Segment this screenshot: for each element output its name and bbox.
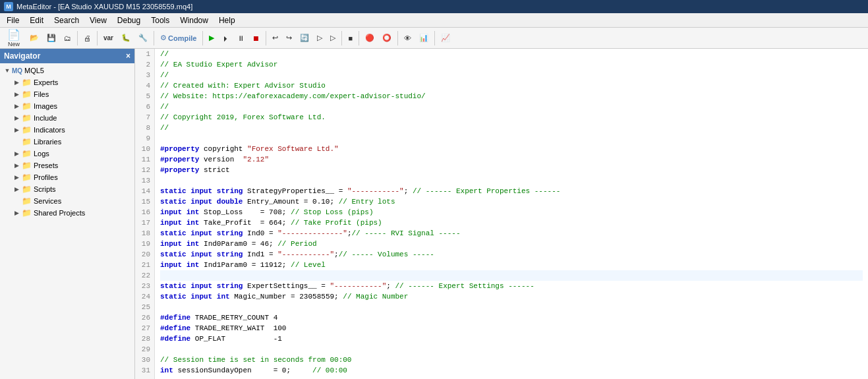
back-button[interactable]: ↩ (269, 30, 281, 47)
open-button[interactable]: 📂 (26, 30, 42, 47)
save-button[interactable]: 💾 (43, 30, 59, 47)
stop2-button[interactable]: ■ (345, 30, 356, 47)
locals-button[interactable]: 📊 (416, 30, 432, 47)
tree-expand-icon[interactable]: ▶ (12, 113, 21, 123)
watch-button[interactable]: 👁 (401, 30, 415, 47)
folder-icon: 📁 (21, 78, 32, 87)
breakpoint-button[interactable]: 🔴 (362, 30, 378, 47)
separator-7 (359, 31, 359, 45)
tree-expand-icon[interactable] (12, 196, 21, 206)
line-number: 20 (139, 249, 150, 260)
folder-icon: 📁 (21, 161, 32, 170)
tree-item-include[interactable]: ▶📁Include (0, 112, 134, 124)
tree-expand-icon[interactable]: ▶ (12, 185, 21, 194)
tree-item-logs[interactable]: ▶📁Logs (0, 148, 134, 160)
tree-expand-icon[interactable]: ▶ (12, 125, 21, 134)
menu-item-debug[interactable]: Debug (112, 15, 146, 26)
code-editor[interactable]: 1234567891011121314151617181920212223242… (135, 49, 868, 379)
line-number: 9 (139, 133, 150, 144)
tree-label: Profiles (34, 173, 58, 181)
tree-item-services[interactable]: 📁Services (0, 195, 134, 207)
tree-item-presets[interactable]: ▶📁Presets (0, 160, 134, 171)
clear-bp-button[interactable]: ⭕ (379, 30, 395, 47)
tree-expand-icon[interactable]: ▶ (12, 78, 21, 87)
step-icon: ⏵ (222, 34, 229, 42)
tree-item-shared-projects[interactable]: ▶📁Shared Projects (0, 207, 134, 219)
tree-label: Images (34, 102, 57, 110)
separator-1 (77, 31, 78, 45)
code-line: // (160, 70, 863, 80)
line-number: 8 (139, 123, 150, 133)
code-line (160, 302, 863, 312)
tree-expand-icon[interactable]: ▶ (12, 173, 21, 182)
arrow-right-button[interactable]: ▷ (314, 30, 326, 47)
reload-button[interactable]: 🔄 (297, 30, 312, 47)
tree-item-profiles[interactable]: ▶📁Profiles (0, 171, 134, 183)
code-area: 1234567891011121314151617181920212223242… (135, 49, 868, 379)
tree-expand-icon[interactable]: ▼ (3, 66, 12, 75)
toolbar: 📄 New 📂 💾 🗂 🖨 var 🐛 🔧 ⚙ Compile ▶ ⏵ ⏸ ⏹ (0, 28, 868, 49)
line-number: 18 (139, 228, 150, 239)
tree-expand-icon[interactable]: ▶ (12, 149, 21, 158)
pause-button[interactable]: ⏸ (234, 30, 248, 47)
menu-item-edit[interactable]: Edit (24, 15, 49, 26)
line-number: 24 (139, 291, 150, 302)
tree-item-files[interactable]: ▶📁Files (0, 88, 134, 100)
tree-item-mql5[interactable]: ▼MQMQL5 (0, 65, 134, 76)
tree-expand-icon[interactable]: ▶ (12, 161, 21, 170)
debug-button[interactable]: 🐛 (118, 30, 134, 47)
code-line: #property copyright "Forex Software Ltd.… (160, 144, 863, 154)
code-line: static input string Ind0 = "------------… (160, 228, 863, 239)
code-line: int sessionSundayOpen = 0; // 00:00 (160, 365, 863, 376)
arrow-right2-button[interactable]: ▷ (327, 30, 339, 47)
save-all-icon: 🗂 (64, 34, 71, 42)
tree-label: MQL5 (24, 67, 44, 74)
menu-item-window[interactable]: Window (175, 15, 214, 26)
arrow-right-icon: ▷ (317, 34, 322, 42)
profile-button[interactable]: 📈 (438, 30, 453, 47)
tree-item-experts[interactable]: ▶📁Experts (0, 76, 134, 88)
separator-3 (154, 31, 154, 45)
code-line (160, 133, 863, 144)
menu-item-help[interactable]: Help (214, 15, 241, 26)
stop-button[interactable]: ⏹ (249, 30, 263, 47)
tree-item-indicators[interactable]: ▶📁Indicators (0, 124, 134, 136)
menu-item-file[interactable]: File (1, 15, 24, 26)
menu-item-search[interactable]: Search (49, 15, 84, 26)
line-number: 12 (139, 165, 150, 175)
code-line: input int Ind0Param0 = 46; // Period (160, 239, 863, 249)
tree-expand-icon[interactable]: ▶ (12, 102, 21, 111)
tree-label: Indicators (34, 126, 65, 134)
tree-expand-icon[interactable]: ▶ (12, 90, 21, 99)
navigator-header: Navigator × (0, 49, 134, 63)
code-line: static input int Magic_Number = 23058559… (160, 291, 863, 302)
navigator-close-button[interactable]: × (126, 51, 130, 61)
code-line: // Session time is set in seconds from 0… (160, 355, 863, 365)
code-line: static input string ExpertSettings__ = "… (160, 281, 863, 291)
line-number: 17 (139, 218, 150, 228)
tree-expand-icon[interactable] (12, 137, 21, 146)
pause-icon: ⏸ (237, 34, 245, 42)
new-button[interactable]: 📄 New (3, 29, 25, 47)
print-button[interactable]: 🖨 (80, 30, 94, 47)
var-button[interactable]: var (100, 30, 117, 47)
save-all-button[interactable]: 🗂 (61, 30, 74, 47)
step-button[interactable]: ⏵ (219, 30, 233, 47)
tree-item-images[interactable]: ▶📁Images (0, 100, 134, 112)
play-button[interactable]: ▶ (206, 30, 217, 47)
new-icon: 📄 (7, 28, 20, 41)
separator-4 (202, 31, 203, 45)
line-number: 27 (139, 323, 150, 334)
folder-icon: 📁 (21, 208, 32, 218)
tree-item-libraries[interactable]: 📁Libraries (0, 136, 134, 148)
tree-expand-icon[interactable]: ▶ (12, 208, 21, 218)
menu-item-view[interactable]: View (84, 15, 112, 26)
code-line: #property strict (160, 165, 863, 175)
compile-button[interactable]: ⚙ Compile (157, 30, 200, 47)
tree-item-scripts[interactable]: ▶📁Scripts (0, 183, 134, 195)
menu-item-tools[interactable]: Tools (146, 15, 175, 26)
line-number: 1 (139, 49, 150, 59)
forward-button[interactable]: ↪ (283, 30, 295, 47)
separator-6 (341, 31, 342, 45)
debug2-button[interactable]: 🔧 (135, 30, 151, 47)
